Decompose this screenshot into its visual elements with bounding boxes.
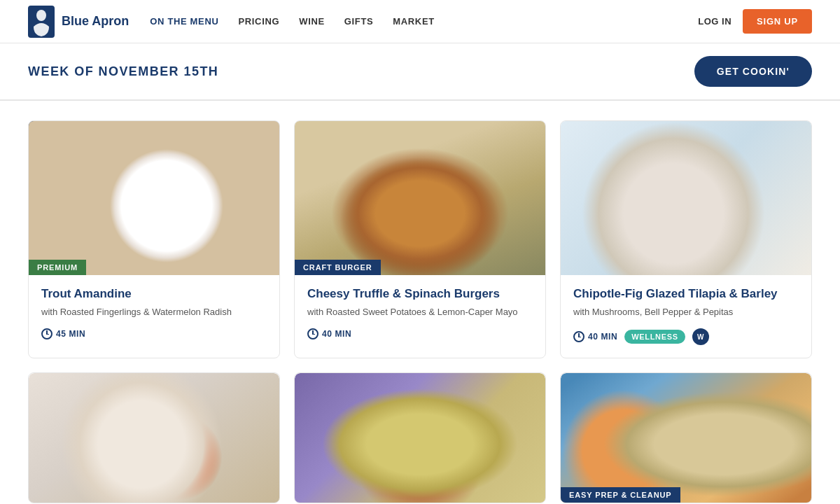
recipe-card-tacos[interactable]: EASY PREP & CLEANUP (560, 372, 812, 503)
recipe-card-trout[interactable]: PREMIUM Trout Amandine with Roasted Fing… (28, 120, 280, 358)
recipe-subtitle-tilapia: with Mushrooms, Bell Pepper & Pepitas (573, 306, 799, 318)
time-badge-tilapia: 40 MIN (573, 331, 617, 342)
signup-button[interactable]: SIGN UP (743, 9, 812, 34)
time-badge-burger: 40 MIN (307, 328, 351, 340)
badge-premium: PREMIUM (29, 260, 86, 275)
clock-icon-tilapia (573, 331, 584, 342)
navbar: Blue Apron ON THE MENU PRICING WINE GIFT… (0, 0, 840, 43)
week-title: WEEK OF NOVEMBER 15TH (28, 64, 218, 79)
recipe-title-trout: Trout Amandine (41, 286, 267, 302)
card-body-tilapia: Chipotle-Fig Glazed Tilapia & Barley wit… (561, 275, 811, 358)
nav-wine[interactable]: WINE (299, 16, 325, 27)
card-body-trout: Trout Amandine with Roasted Fingerlings … (29, 275, 279, 352)
recipe-card-tilapia[interactable]: Chipotle-Fig Glazed Tilapia & Barley wit… (560, 120, 812, 358)
time-badge-trout: 45 MIN (41, 328, 85, 340)
nav-on-the-menu[interactable]: ON THE MENU (150, 16, 218, 27)
brand-name: Blue Apron (62, 15, 129, 29)
logo-icon (28, 6, 55, 38)
card-meta-burger: 40 MIN (307, 328, 533, 340)
card-meta-tilapia: 40 MIN WELLNESS W (573, 328, 799, 345)
recipe-title-tilapia: Chipotle-Fig Glazed Tilapia & Barley (573, 286, 799, 302)
recipe-grid-top: PREMIUM Trout Amandine with Roasted Fing… (0, 101, 840, 358)
login-link[interactable]: LOG IN (698, 16, 732, 27)
card-image-tacos: EASY PREP & CLEANUP (561, 373, 811, 503)
clock-icon-trout (41, 328, 52, 340)
recipe-subtitle-burger: with Roasted Sweet Potatoes & Lemon-Cape… (307, 306, 533, 318)
logo[interactable]: Blue Apron (28, 6, 129, 38)
recipe-subtitle-trout: with Roasted Fingerlings & Watermelon Ra… (41, 306, 267, 318)
recipe-grid-bottom: EASY PREP & CLEANUP (0, 358, 840, 503)
card-meta-trout: 45 MIN (41, 328, 267, 340)
nav-gifts[interactable]: GIFTS (344, 16, 374, 27)
recipe-title-burger: Cheesy Truffle & Spinach Burgers (307, 286, 533, 302)
time-label-trout: 45 MIN (56, 329, 85, 339)
card-body-burger: Cheesy Truffle & Spinach Burgers with Ro… (295, 275, 545, 352)
clock-icon-burger (307, 328, 318, 340)
card-image-burger: CRAFT BURGER (295, 121, 545, 275)
badge-easy: EASY PREP & CLEANUP (561, 487, 680, 503)
time-label-tilapia: 40 MIN (588, 332, 617, 342)
card-image-chicken (29, 373, 279, 503)
ww-badge: W (692, 328, 709, 345)
time-label-burger: 40 MIN (322, 329, 351, 339)
nav-actions: LOG IN SIGN UP (698, 9, 812, 34)
nav-links: ON THE MENU PRICING WINE GIFTS MARKET (150, 16, 698, 27)
card-image-pork (295, 373, 545, 503)
card-image-trout: PREMIUM (29, 121, 279, 275)
recipe-card-burger[interactable]: CRAFT BURGER Cheesy Truffle & Spinach Bu… (294, 120, 546, 358)
get-cookin-button[interactable]: GET COOKIN' (694, 56, 812, 87)
card-image-tilapia (561, 121, 811, 275)
badge-craft: CRAFT BURGER (295, 260, 381, 275)
svg-point-1 (36, 10, 46, 21)
nav-market[interactable]: MARKET (393, 16, 435, 27)
recipe-card-chicken[interactable] (28, 372, 280, 503)
recipe-card-pork[interactable] (294, 372, 546, 503)
nav-pricing[interactable]: PRICING (238, 16, 279, 27)
week-banner: WEEK OF NOVEMBER 15TH GET COOKIN' (0, 43, 840, 100)
wellness-badge: WELLNESS (624, 330, 685, 344)
